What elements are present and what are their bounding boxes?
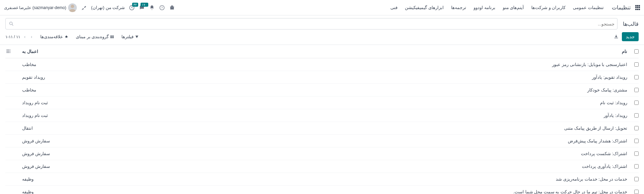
row-apply: وظیفه (15, 189, 129, 194)
table-row[interactable]: اشتراک: هشدار پیامک پیش‌فرضسفارش فروش (5, 135, 639, 147)
search-icon[interactable] (8, 21, 14, 27)
filters-label: فیلترها (121, 34, 133, 39)
svg-point-0 (71, 5, 74, 8)
row-name: اشتراک: یادآوری پرداخت (129, 164, 629, 169)
table-row[interactable]: اشتراک: شکست پرداختسفارش فروش (5, 147, 639, 160)
favorites-dropdown[interactable]: علاقه‌مندی‌ها (40, 34, 68, 39)
username: علیرضا غضنفری (sazmanyar-demo) (4, 5, 66, 10)
table-row[interactable]: خدمات در محل: تیم ما در حال حرکت به سمت … (5, 186, 639, 194)
svg-point-6 (10, 22, 12, 25)
menu-item-translations[interactable]: ترجمه‌ها (451, 5, 466, 10)
row-checkbox[interactable] (634, 88, 639, 92)
bell-icon[interactable] (149, 5, 155, 11)
help-icon[interactable]: ? (159, 5, 165, 11)
gift-icon[interactable] (169, 5, 175, 11)
row-name: اشتراک: شکست پرداخت (129, 151, 629, 156)
table-row[interactable]: مشتری: پیامک خودکارمخاطب (5, 84, 639, 96)
row-apply: ثبت نام رویداد (15, 113, 129, 118)
company-selector[interactable]: شرکت من (تهران) (91, 5, 125, 10)
row-apply: مخاطب (15, 87, 129, 92)
row-name: اعتبارسنجی با موبایل: بازنشانی رمز عبور (129, 62, 629, 67)
svg-text:?: ? (161, 6, 163, 9)
svg-rect-4 (170, 7, 174, 9)
pager-text[interactable]: ۱-۱۱ / ۱۱ (5, 35, 20, 39)
svg-point-13 (10, 52, 10, 53)
row-checkbox[interactable] (634, 139, 639, 143)
row-checkbox[interactable] (634, 126, 639, 130)
row-apply: ثبت نام رویداد (15, 100, 129, 105)
pager-next[interactable]: › (30, 34, 34, 40)
row-apply: سفارش فروش (15, 164, 129, 169)
activity-badge: ۴۴ (132, 3, 138, 7)
row-apply: رویداد تقویم (15, 75, 129, 80)
table-row[interactable]: رویداد: یادآورثبت نام رویداد (5, 109, 639, 122)
user-menu[interactable]: علیرضا غضنفری (sazmanyar-demo) (4, 3, 77, 12)
new-button[interactable]: جدید (622, 32, 639, 41)
row-checkbox[interactable] (634, 177, 639, 181)
row-checkbox[interactable] (634, 151, 639, 156)
menu-item-gamification[interactable]: ابزارهای گیمیفیکیشن (405, 5, 444, 10)
row-apply: سفارش فروش (15, 151, 129, 156)
svg-rect-7 (111, 36, 112, 37)
row-name: اشتراک: هشدار پیامک پیش‌فرض (129, 138, 629, 143)
app-title: تنظیمات (612, 4, 631, 11)
row-checkbox[interactable] (634, 113, 639, 118)
menu-item-general[interactable]: تنظیمات عمومی (573, 5, 604, 10)
avatar (68, 3, 77, 12)
svg-rect-10 (112, 37, 114, 38)
table-row[interactable]: خدمات در محل: خدمات برنامه‌ریزی شدوظیفه (5, 173, 639, 186)
menu-item-menuitems[interactable]: آیتم‌های منو (503, 5, 524, 10)
messaging-badge: ۱۷۰ (141, 3, 148, 7)
row-name: رویداد: یادآور (129, 113, 629, 118)
row-checkbox[interactable] (634, 75, 639, 79)
pager: ۱-۱۱ / ۱۱ ‹ › (5, 34, 34, 40)
row-apply: وظیفه (15, 177, 129, 182)
row-name: رویداد تقویم: یادآور (129, 75, 629, 80)
messaging-icon[interactable]: ۱۷۰ (139, 5, 145, 11)
search-box[interactable] (5, 18, 618, 29)
row-name: خدمات در محل: تیم ما در حال حرکت به سمت … (129, 189, 629, 194)
main-menu: تنظیمات عمومی کاربران و شرکت‌ها آیتم‌های… (390, 5, 604, 10)
apps-icon[interactable] (635, 5, 640, 10)
search-input[interactable] (14, 21, 614, 26)
table-header: نام اعمال به (5, 45, 639, 58)
th-name[interactable]: نام (129, 49, 629, 54)
row-name: خدمات در محل: خدمات برنامه‌ریزی شد (129, 177, 629, 182)
groupby-dropdown[interactable]: گروه‌بندی بر مبنای (76, 34, 114, 39)
activity-icon[interactable]: ۴۴ (129, 5, 135, 11)
table-row[interactable]: تحویل: ارسال از طریق پیامک متنیانتقال (5, 122, 639, 135)
filters-dropdown[interactable]: فیلترها (121, 34, 139, 39)
groupby-label: گروه‌بندی بر مبنای (76, 34, 109, 39)
select-all-checkbox[interactable] (634, 49, 639, 54)
table-row[interactable]: اشتراک: یادآوری پرداختسفارش فروش (5, 160, 639, 173)
svg-point-12 (10, 51, 10, 52)
menu-item-odoo-app[interactable]: برنامه اودوو (474, 5, 495, 10)
row-name: مشتری: پیامک خودکار (129, 87, 629, 92)
menu-item-technical[interactable]: فنی (390, 5, 397, 10)
menu-item-users[interactable]: کاربران و شرکت‌ها (531, 5, 566, 10)
row-apply: سفارش فروش (15, 138, 129, 143)
row-apply: انتقال (15, 126, 129, 131)
svg-point-11 (10, 50, 10, 50)
th-apply[interactable]: اعمال به (15, 49, 129, 54)
table-row[interactable]: رویداد: ثبت نامثبت نام رویداد (5, 96, 639, 109)
table-row[interactable]: رویداد تقویم: یادآوررویداد تقویم (5, 71, 639, 84)
svg-rect-5 (170, 6, 174, 7)
row-apply: مخاطب (15, 62, 129, 67)
row-name: رویداد: ثبت نام (129, 100, 629, 105)
row-checkbox[interactable] (634, 164, 639, 169)
download-icon[interactable] (613, 34, 619, 40)
row-checkbox[interactable] (634, 190, 639, 194)
row-checkbox[interactable] (634, 62, 639, 67)
pager-prev[interactable]: ‹ (23, 34, 27, 40)
breadcrumb-title: قالب‌ها (623, 21, 639, 27)
row-name: تحویل: ارسال از طریق پیامک متنی (129, 126, 629, 131)
favorites-label: علاقه‌مندی‌ها (40, 34, 63, 39)
options-icon[interactable] (5, 48, 11, 54)
wrench-icon[interactable] (81, 5, 87, 11)
svg-rect-9 (111, 37, 112, 38)
svg-rect-8 (112, 36, 114, 37)
table-row[interactable]: اعتبارسنجی با موبایل: بازنشانی رمز عبورم… (5, 58, 639, 71)
row-checkbox[interactable] (634, 101, 639, 105)
